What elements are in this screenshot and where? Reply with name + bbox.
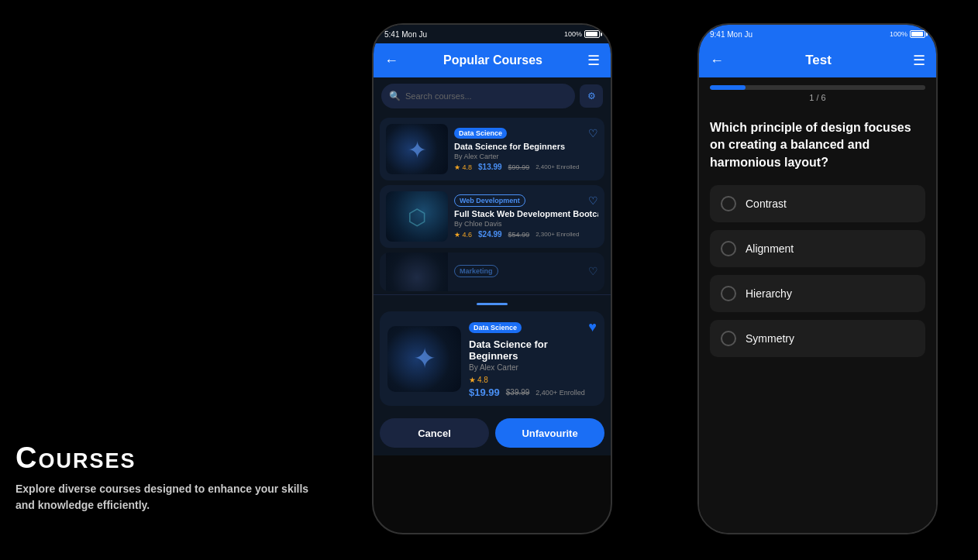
search-area: 🔍 Search courses... ⚙ — [374, 77, 611, 115]
course-author-1: By Alex Carter — [454, 153, 598, 160]
detail-rating: ★ 4.8 — [469, 376, 597, 384]
status-bar-left: 5:41 Mon Ju 100% — [374, 25, 611, 43]
time-left: 5:41 Mon Ju — [384, 30, 427, 39]
battery-icon-right — [910, 30, 925, 38]
detail-card[interactable]: Data Science ♥ Data Science for Beginner… — [380, 311, 604, 406]
rating-value: 4.8 — [477, 376, 488, 384]
option-label-2: Alignment — [746, 242, 794, 255]
course-meta-1: ★ 4.8 $13.99 $99.99 2,400+ Enrolled — [454, 163, 598, 171]
enrolled-2: 2,300+ Enrolled — [535, 231, 579, 238]
courses-list: Data Science ♡ Data Science for Beginner… — [374, 115, 611, 294]
action-buttons: Cancel Unfavourite — [374, 418, 611, 455]
option-2[interactable]: Alignment — [710, 230, 925, 267]
detail-thumb — [387, 326, 461, 392]
next-btn-area: Next › — [699, 528, 936, 534]
page-title: Courses — [15, 441, 308, 475]
page-description: Explore diverse courses designed to enha… — [15, 481, 308, 514]
option-label-1: Contrast — [746, 198, 787, 210]
rating-2: ★ 4.6 — [454, 231, 472, 239]
course-card-1[interactable]: Data Science ♡ Data Science for Beginner… — [380, 118, 604, 180]
radio-3 — [721, 286, 736, 301]
option-3[interactable]: Hierarchy — [710, 275, 925, 312]
back-icon-right[interactable]: ← — [710, 53, 724, 69]
battery-icon-left — [584, 30, 600, 38]
course-thumb-2 — [386, 191, 448, 242]
detail-author: By Alex Carter — [469, 363, 597, 372]
back-icon-left[interactable]: ← — [384, 53, 398, 69]
detail-heart-icon[interactable]: ♥ — [588, 319, 597, 335]
filter-icon: ⚙ — [587, 91, 596, 101]
test-screen: 1 / 6 Which principle of design focuses … — [699, 77, 936, 534]
course-author-2: By Chloe Davis — [454, 220, 598, 228]
course-title-2: Full Stack Web Development Bootcamp — [454, 209, 598, 218]
heart-icon-3[interactable]: ♡ — [588, 265, 598, 277]
star-icon: ★ — [469, 376, 476, 384]
battery-text-right: 100% — [890, 30, 907, 38]
progress-bar-fill — [710, 85, 746, 90]
category-badge-3: Marketing — [454, 265, 498, 277]
progress-label: 1 / 6 — [710, 93, 925, 102]
phone-right: 9:41 Mon Ju 100% ← Test ☰ 1 / 6 Which pr… — [697, 23, 938, 534]
search-input[interactable]: 🔍 Search courses... — [381, 84, 575, 108]
detail-content: Data Science ♥ Data Science for Beginner… — [469, 319, 597, 398]
left-text-block: Courses Explore diverse courses designed… — [15, 441, 308, 514]
heart-icon-1[interactable]: ♡ — [588, 127, 598, 139]
detail-area: Data Science ♥ Data Science for Beginner… — [374, 294, 611, 418]
course-meta-2: ★ 4.6 $24.99 $54.99 2,300+ Enrolled — [454, 230, 598, 239]
options-list: Contrast Alignment Hierarchy Symmetry — [710, 185, 925, 357]
menu-icon-left[interactable]: ☰ — [587, 52, 600, 69]
question-text: Which principle of design focuses on cre… — [710, 119, 925, 171]
detail-orig-price: $39.99 — [506, 388, 530, 397]
option-label-3: Hierarchy — [746, 287, 792, 300]
detail-enrolled: 2,400+ Enrolled — [535, 389, 584, 397]
header-title-right: Test — [805, 53, 832, 68]
battery-text-left: 100% — [564, 30, 582, 38]
filter-button[interactable]: ⚙ — [580, 84, 603, 108]
detail-price: $19.99 — [469, 387, 500, 398]
header-bar-left: ← Popular Courses ☰ — [374, 43, 611, 77]
price-2: $24.99 — [478, 230, 502, 239]
radio-4 — [721, 331, 736, 346]
course-content-1: Data Science ♡ Data Science for Beginner… — [454, 127, 598, 171]
search-icon: 🔍 — [389, 91, 401, 101]
progress-area: 1 / 6 — [699, 77, 936, 107]
detail-category-badge: Data Science — [469, 322, 522, 333]
course-content-2: Web Development ♡ Full Stack Web Develop… — [454, 194, 598, 239]
detail-title: Data Science for Beginners — [469, 338, 597, 362]
option-4[interactable]: Symmetry — [710, 320, 925, 357]
radio-1 — [721, 196, 736, 211]
menu-icon-right[interactable]: ☰ — [913, 52, 925, 69]
progress-bar-bg — [710, 85, 925, 90]
question-area: Which principle of design focuses on cre… — [699, 107, 936, 365]
scroll-indicator — [477, 303, 508, 305]
enrolled-1: 2,400+ Enrolled — [535, 163, 579, 170]
option-label-4: Symmetry — [746, 332, 794, 345]
course-card-3[interactable]: Marketing ♡ — [380, 253, 604, 291]
header-title-left: Popular Courses — [443, 43, 542, 77]
category-badge-1: Data Science — [454, 128, 507, 139]
category-badge-2: Web Development — [454, 194, 525, 207]
course-thumb-3 — [386, 253, 448, 291]
course-content-3: Marketing ♡ — [454, 265, 598, 280]
cancel-button[interactable]: Cancel — [380, 418, 489, 448]
phone-left: 5:41 Mon Ju 100% ← Popular Courses ☰ 🔍 S… — [372, 23, 612, 534]
status-bar-right: 9:41 Mon Ju 100% — [699, 25, 936, 43]
orig-price-1: $99.99 — [508, 163, 530, 171]
orig-price-2: $54.99 — [508, 231, 530, 239]
option-1[interactable]: Contrast — [710, 185, 925, 222]
course-thumb-1 — [386, 124, 448, 174]
price-1: $13.99 — [478, 163, 502, 171]
course-card-2[interactable]: Web Development ♡ Full Stack Web Develop… — [380, 185, 604, 248]
rating-1: ★ 4.8 — [454, 163, 472, 171]
time-right: 9:41 Mon Ju — [710, 30, 752, 39]
heart-icon-2[interactable]: ♡ — [588, 194, 598, 207]
unfavourite-button[interactable]: Unfavourite — [495, 418, 604, 448]
course-title-1: Data Science for Beginners — [454, 142, 598, 151]
search-placeholder: Search courses... — [405, 91, 472, 101]
radio-2 — [721, 241, 736, 256]
header-bar-right: ← Test ☰ — [699, 43, 936, 77]
detail-price-row: $19.99 $39.99 2,400+ Enrolled — [469, 387, 597, 398]
